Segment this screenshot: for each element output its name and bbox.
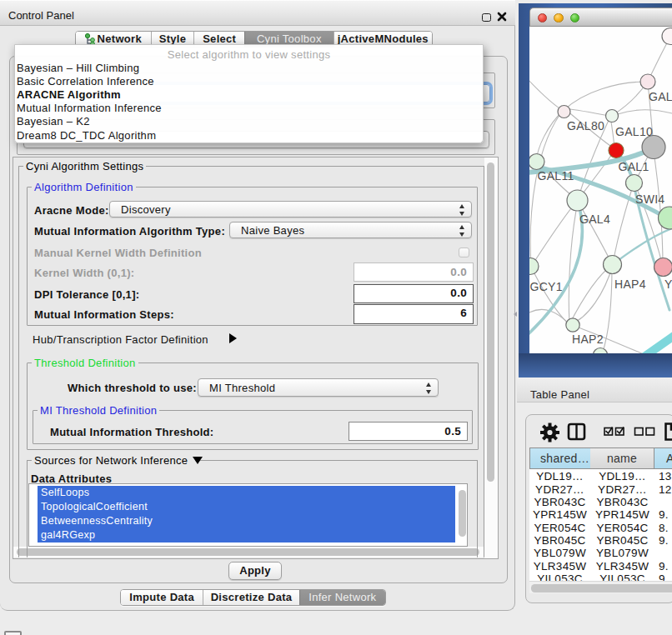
svg-text:GAL1: GAL1 [619, 160, 649, 173]
svg-text:SWI4: SWI4 [635, 192, 664, 206]
svg-text:GAL10: GAL10 [615, 125, 653, 138]
svg-text:GAL11: GAL11 [538, 169, 574, 182]
svg-text:GAL80: GAL80 [567, 119, 604, 132]
svg-text:GAL4: GAL4 [579, 212, 610, 226]
svg-text:GAL3: GAL3 [649, 90, 672, 103]
svg-text:HAP2: HAP2 [572, 332, 604, 346]
svg-text:GCY1: GCY1 [530, 280, 563, 293]
svg-text:HAP4: HAP4 [614, 278, 646, 291]
svg-text:YB: YB [664, 278, 672, 291]
